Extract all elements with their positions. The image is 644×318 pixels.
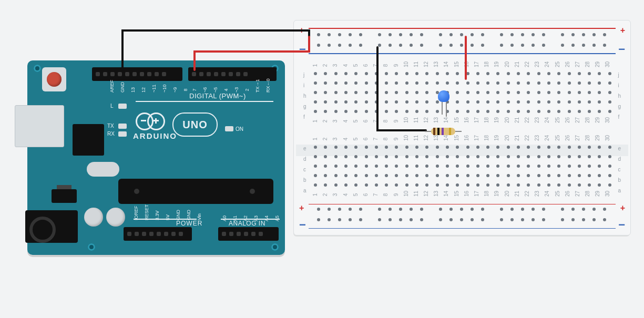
led-cathode-leg bbox=[442, 102, 443, 115]
wire-gnd-to-rail bbox=[122, 30, 309, 70]
led-anode-leg bbox=[446, 102, 447, 117]
led-blue[interactable] bbox=[438, 90, 449, 102]
resistor-band-1 bbox=[433, 128, 435, 135]
wires-layer bbox=[0, 0, 644, 318]
wire-d7-to-rail bbox=[195, 37, 309, 70]
resistor-band-3 bbox=[442, 128, 444, 135]
wire-rail-to-resistor bbox=[377, 47, 426, 130]
resistor-band-2 bbox=[437, 128, 439, 135]
resistor[interactable] bbox=[425, 128, 462, 135]
circuit-canvas[interactable]: UNO ARDUINO L TX RX ON AREFGND1312~11~10… bbox=[0, 0, 644, 318]
resistor-band-4 bbox=[449, 128, 451, 135]
